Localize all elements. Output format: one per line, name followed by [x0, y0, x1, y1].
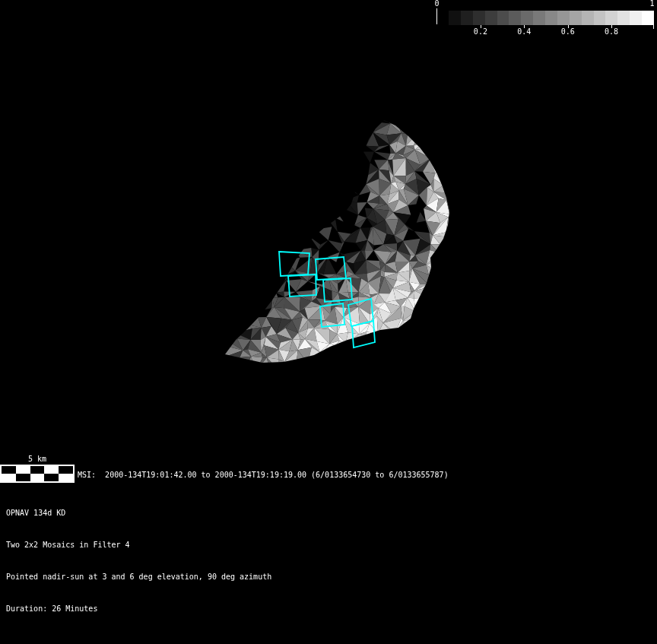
colorbar-max-label: 1: [649, 0, 654, 8]
footprint-rect-1: [279, 252, 309, 276]
info-line-duration: Duration: 26 Minutes: [6, 604, 271, 614]
colorbar-zero-tick-line: [436, 8, 437, 24]
footprint-rect-3: [316, 257, 346, 280]
scale-bar-cell: [44, 474, 59, 481]
footprint-rect-5: [320, 303, 344, 327]
colorbar-step: [485, 11, 497, 25]
colorbar-step: [605, 11, 617, 25]
footprint-rect-4: [323, 278, 352, 302]
colorbar-step: [497, 11, 509, 25]
render-viewport: 0 1 0.20.40.60.8 5 km MSI: 2000-134T19:0…: [0, 0, 657, 644]
colorbar-tick-label: 0.6: [561, 28, 575, 36]
colorbar-step: [545, 11, 557, 25]
colorbar-step: [630, 11, 642, 25]
scale-bar-label: 5 km: [0, 455, 75, 463]
colorbar-step: [461, 11, 473, 25]
colorbar-step: [533, 11, 545, 25]
scale-bar-cell: [59, 474, 73, 481]
scale-bar-cell: [44, 466, 59, 474]
info-line-pointing: Pointed nadir-sun at 3 and 6 deg elevati…: [6, 572, 271, 582]
colorbar-step: [570, 11, 582, 25]
scale-bar-cell: [59, 466, 73, 474]
scale-bar-cell: [16, 466, 30, 474]
colorbar-end-tick: [653, 25, 654, 29]
colorbar-step: [594, 11, 606, 25]
colorbar-min-label: 0: [434, 0, 439, 8]
colorbar-tick-label: 0.8: [605, 28, 618, 36]
colorbar-tick-label: 0.4: [517, 28, 531, 36]
colorbar-step: [449, 11, 461, 25]
footprint-rect-2: [288, 274, 316, 297]
scale-bar-checkerboard: [0, 465, 75, 483]
colorbar-tick-label: 0.2: [474, 28, 487, 36]
footprint-rect-7: [352, 321, 375, 347]
colorbar-step: [617, 11, 630, 25]
scale-bar-cell: [30, 474, 45, 481]
colorbar-step: [521, 11, 533, 25]
observation-info-block: OPNAV 134d KD Two 2x2 Mosaics in Filter …: [6, 487, 271, 636]
colorbar-step: [582, 11, 594, 25]
scale-bar-cell: [30, 466, 45, 474]
info-line-mosaics: Two 2x2 Mosaics in Filter 4: [6, 540, 271, 550]
colorbar-step: [642, 11, 654, 25]
scale-bar-cell: [16, 474, 30, 481]
colorbar-step: [473, 11, 485, 25]
scale-bar-cell: [2, 466, 16, 474]
colorbar-step: [557, 11, 570, 25]
colorbar-gradient-bar: [449, 11, 654, 25]
msi-time-range-caption: MSI: 2000-134T19:01:42.00 to 2000-134T19…: [78, 470, 449, 480]
info-line-opnav: OPNAV 134d KD: [6, 508, 271, 519]
colorbar-step: [509, 11, 521, 25]
scale-bar-cell: [2, 474, 16, 481]
